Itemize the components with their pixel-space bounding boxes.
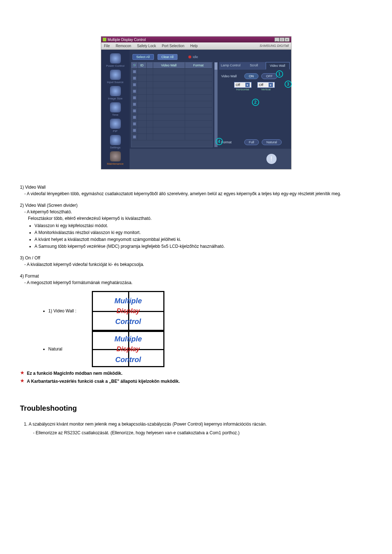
toolbar: Select All Clear All Idle [130,50,291,62]
maximize-button[interactable]: □ [279,37,285,42]
video-wall-on-button[interactable]: ON [244,73,259,79]
item-3: 3) On / Off A kiválasztott képernyő vide… [20,255,372,268]
row-checkbox[interactable] [133,109,136,112]
item-2-bullets: Válasszon ki egy képfelosztási módot. A … [20,222,372,250]
row-checkbox[interactable] [133,70,136,73]
video-wall-label: Video Wall [221,74,241,78]
preview-text: Control [115,316,141,327]
format-natural-button[interactable]: Natural [262,139,282,145]
item-2-line2: Felosztáskor több, eltérő elrendezésű ké… [20,215,372,222]
right-panel: Lamp Control Scroll Video Wall 1 Video W… [219,62,290,147]
item-4-desc: A megosztott képernyő formátumának megha… [20,279,372,286]
settings-icon [110,135,121,145]
window-controls: _ □ × [274,37,290,42]
preview-row-natural: Natural Multiple Display Control [42,331,372,367]
preview-label-2: Natural [48,346,85,352]
sidebar-image-size[interactable]: Image Size [101,86,130,100]
row-checkbox[interactable] [133,96,136,99]
preview-label-1: 1) Video Wall : [48,308,85,314]
format-full-button[interactable]: Full [244,139,259,145]
table-row[interactable] [131,108,212,114]
idle-status: Idle [188,55,198,59]
vertical-label: Vertical [257,88,275,91]
minimize-button[interactable]: _ [274,37,279,42]
callout-3: 3 [285,81,292,88]
chevron-down-icon: ▼ [245,83,250,87]
menu-safety-lock[interactable]: Safety Lock [134,43,159,49]
star-icon: ★ [20,370,25,375]
list-item: Válasszon ki egy képfelosztási módot. [34,222,372,229]
scroll-thumb[interactable] [215,66,217,70]
grid-body [131,69,212,147]
row-checkbox[interactable] [133,129,136,132]
row-checkbox[interactable] [133,135,136,139]
power-icon [110,53,121,63]
sidebar-power-control[interactable]: Power Control [101,53,130,67]
table-row[interactable] [131,114,212,121]
sidebar-pip[interactable]: PIP [101,119,130,133]
row-checkbox[interactable] [133,103,136,106]
close-button[interactable]: × [285,37,290,42]
input-icon [110,70,121,80]
preview-text: Display [117,344,140,354]
col-checkbox[interactable] [131,62,138,68]
star-icon: ★ [20,378,25,383]
preview-text: Display [117,306,140,316]
item-1-title: 1) Video Wall [20,184,372,190]
video-wall-previews: 1) Video Wall : Multiple Display Control… [42,291,372,367]
table-row[interactable] [131,69,212,75]
item-3-desc: A kiválasztott képernyő videofal funkció… [20,261,372,268]
tab-scroll[interactable]: Scroll [242,62,266,70]
table-row[interactable] [131,75,212,82]
table-row[interactable] [131,121,212,127]
callout-4: 4 [216,138,223,145]
table-row[interactable] [131,88,212,95]
row-checkbox[interactable] [133,116,136,119]
menu-help[interactable]: Help [187,43,201,49]
grid-header: ID Video Wall Format [131,62,212,69]
vertical-select[interactable]: Off ▼ [257,82,275,88]
row-checkbox[interactable] [133,122,136,126]
table-row[interactable] [131,82,212,88]
table-row[interactable] [131,101,212,108]
menu-remocon[interactable]: Remocon [113,43,134,49]
list-item: A Samsung több képernyő vezérlése (MDC) … [34,243,372,250]
item-1-desc: A videofal lényegében több, egymáshoz cs… [20,190,372,197]
tabs: Lamp Control Scroll Video Wall [219,62,290,70]
ts-item-1-text: A szabályozni kívánt monitor nem jelenik… [29,422,267,427]
sidebar-settings[interactable]: Settings [101,135,130,149]
idle-dot-icon [188,56,191,58]
row-checkbox[interactable] [133,90,136,93]
table-row[interactable] [131,127,212,134]
note-2: ★ A Karbantartás-vezérlés funkció csak a… [20,378,372,385]
item-1: 1) Video Wall A videofal lényegében több… [20,184,372,197]
horizontal-select[interactable]: Off ▼ [234,82,252,88]
horizontal-label: Horizontal [234,88,252,91]
scrollbar[interactable] [214,62,218,147]
item-2-line1: A képernyő felosztható. [20,209,372,215]
document-content: 1) Video Wall A videofal lényegében több… [20,184,372,436]
tab-lamp-control[interactable]: Lamp Control [219,62,242,70]
sidebar-input-source[interactable]: Input Source [101,70,130,84]
note-1-text: Ez a funkció MagicInfo módban nem működi… [27,370,122,377]
row-checkbox[interactable] [133,77,136,80]
table-row[interactable] [131,134,212,140]
item-4: 4) Format A megosztott képernyő formátum… [20,273,372,286]
menu-port-selection[interactable]: Port Selection [159,43,187,49]
menu-file[interactable]: File [101,43,113,49]
tab-video-wall[interactable]: Video Wall [266,62,290,70]
row-checkbox[interactable] [133,83,136,86]
scroll-up-icon[interactable] [215,62,217,66]
sidebar-maintenance[interactable]: Maintenance [101,151,130,165]
app-icon [103,38,106,41]
sidebar-time[interactable]: Time [101,102,130,116]
chevron-down-icon: ▼ [269,83,273,87]
sidebar: Power Control Input Source Image Size Ti… [101,50,130,169]
clear-all-button[interactable]: Clear All [158,54,178,60]
table-row[interactable] [131,95,212,101]
item-2: 2) Video Wall (Screen divider) A képerny… [20,202,372,250]
video-wall-off-button[interactable]: OFF [261,73,277,79]
select-all-button[interactable]: Select All [132,54,154,60]
callout-1: 1 [276,70,283,78]
brand-label: SAMSUNG DIGITall [257,43,291,49]
